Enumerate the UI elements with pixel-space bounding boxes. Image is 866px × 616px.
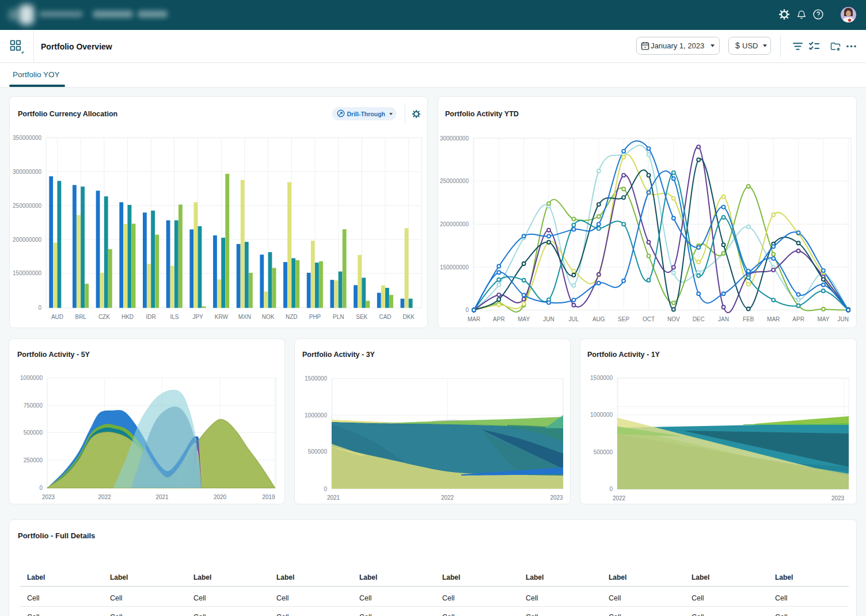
svg-text:CZK: CZK	[98, 314, 109, 320]
svg-text:ILS: ILS	[170, 314, 178, 320]
svg-text:350000000: 350000000	[13, 135, 41, 141]
svg-text:0: 0	[465, 307, 469, 313]
svg-text:500000: 500000	[24, 429, 43, 436]
svg-text:2023: 2023	[42, 494, 55, 500]
svg-text:PHP: PHP	[309, 314, 321, 320]
svg-text:1000000: 1000000	[20, 375, 43, 381]
svg-text:2021: 2021	[327, 495, 340, 501]
svg-text:0: 0	[609, 486, 613, 492]
svg-text:NOV: NOV	[667, 316, 680, 322]
svg-text:2021: 2021	[155, 494, 169, 500]
svg-text:FEB: FEB	[743, 316, 754, 322]
svg-text:2022: 2022	[613, 495, 626, 501]
svg-text:JUL: JUL	[569, 316, 579, 322]
svg-text:CAD: CAD	[379, 314, 391, 320]
svg-text:0: 0	[38, 305, 41, 311]
svg-text:JUN: JUN	[837, 316, 848, 322]
svg-text:OCT: OCT	[643, 316, 655, 322]
svg-text:APR: APR	[792, 316, 804, 322]
svg-text:DKK: DKK	[402, 314, 415, 320]
svg-text:0: 0	[324, 486, 327, 492]
svg-text:DEC: DEC	[693, 316, 705, 322]
svg-text:2022: 2022	[98, 494, 112, 500]
svg-text:JUN: JUN	[543, 316, 554, 322]
svg-text:300000000: 300000000	[440, 135, 469, 142]
svg-text:200000000: 200000000	[13, 237, 41, 243]
svg-text:500000: 500000	[308, 448, 328, 455]
svg-text:MAR: MAR	[767, 316, 780, 322]
svg-text:PLN: PLN	[332, 314, 343, 320]
svg-text:2022: 2022	[441, 495, 454, 501]
svg-text:NOK: NOK	[261, 314, 274, 320]
svg-text:500000: 500000	[594, 449, 613, 455]
svg-text:MAR: MAR	[468, 316, 480, 322]
svg-text:MAY: MAY	[518, 316, 530, 322]
svg-text:1000000: 1000000	[590, 412, 613, 418]
svg-text:MAY: MAY	[817, 316, 829, 322]
svg-text:SEK: SEK	[356, 314, 367, 320]
svg-text:JAN: JAN	[718, 316, 729, 322]
svg-text:HKD: HKD	[121, 314, 133, 320]
svg-text:2019: 2019	[262, 494, 275, 500]
svg-text:0: 0	[39, 485, 43, 491]
svg-text:300000000: 300000000	[13, 169, 41, 175]
svg-text:IDR: IDR	[146, 314, 155, 320]
svg-text:BRL: BRL	[75, 314, 86, 320]
svg-text:250000: 250000	[24, 457, 43, 463]
svg-text:AUD: AUD	[51, 314, 63, 320]
svg-text:750000: 750000	[24, 402, 43, 409]
svg-text:KRW: KRW	[214, 314, 228, 320]
svg-text:150000000: 150000000	[440, 264, 469, 271]
svg-text:NZD: NZD	[286, 314, 298, 320]
svg-text:250000000: 250000000	[13, 203, 41, 209]
svg-text:AUG: AUG	[592, 316, 605, 322]
svg-text:1500000: 1500000	[305, 375, 327, 382]
svg-text:150000000: 150000000	[13, 270, 41, 276]
svg-text:SEP: SEP	[618, 316, 629, 322]
svg-text:200000000: 200000000	[440, 221, 469, 227]
svg-text:MXN: MXN	[238, 314, 250, 320]
svg-text:APR: APR	[493, 316, 505, 322]
svg-text:2023: 2023	[831, 495, 845, 501]
svg-text:JPY: JPY	[192, 314, 203, 320]
svg-text:2020: 2020	[214, 494, 227, 500]
svg-text:1500000: 1500000	[590, 375, 613, 381]
svg-text:2023: 2023	[550, 495, 563, 501]
svg-text:250000000: 250000000	[440, 178, 469, 184]
svg-text:1000000: 1000000	[305, 412, 327, 419]
